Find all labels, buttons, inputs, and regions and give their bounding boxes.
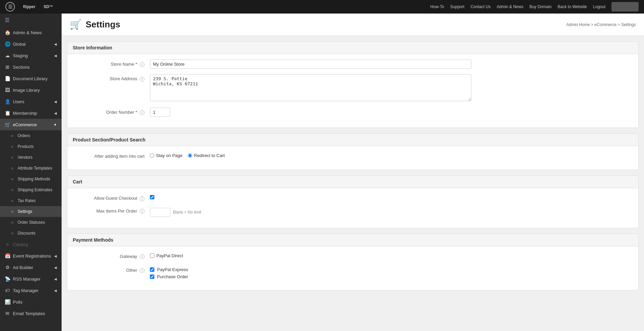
after-adding-radio-group: Stay on Page Redirect to Cart	[150, 152, 471, 158]
logo-icon: ☰	[5, 2, 15, 12]
sidebar-item-products[interactable]: ○ Products	[0, 141, 62, 152]
max-items-info-icon[interactable]: i	[140, 209, 145, 214]
guest-checkout-info-icon[interactable]: i	[140, 196, 145, 201]
sidebar-item-shipping-methods[interactable]: ○ Shipping Methods	[0, 174, 62, 184]
redirect-to-cart-label: Redirect to Cart	[194, 153, 225, 158]
sidebar-item-membership[interactable]: 📋 Membership ◀	[0, 107, 62, 119]
sidebar-item-staging[interactable]: ☁ Staging ◀	[0, 50, 62, 61]
stay-on-page-radio[interactable]	[150, 153, 154, 158]
paypal-direct-option[interactable]: PayPal Direct	[150, 252, 183, 258]
other-info-icon[interactable]: i	[140, 268, 145, 273]
purchase-order-label: Purchase Order	[157, 274, 188, 279]
paypal-direct-checkbox[interactable]	[150, 253, 154, 258]
nav-admin-news[interactable]: Admin & News	[497, 4, 524, 9]
store-name-label: Store Name * i	[75, 60, 150, 67]
global-chevron: ◀	[54, 42, 57, 46]
stay-on-page-label: Stay on Page	[156, 153, 182, 158]
paypal-express-option[interactable]: PayPal Express	[150, 267, 471, 272]
max-items-label: Max Items Per Order i	[75, 206, 150, 214]
global-icon: 🌐	[5, 41, 10, 47]
sidebar-item-ecommerce[interactable]: 🛒 eCommerce ▼	[0, 119, 62, 130]
gateway-info-icon[interactable]: i	[140, 254, 145, 259]
sidebar-item-polls[interactable]: 📊 Polls	[0, 296, 62, 308]
email-templates-icon: ✉	[5, 311, 10, 316]
nav-howto[interactable]: How-To	[430, 4, 444, 9]
settings-icon: ○	[9, 209, 15, 214]
nav-logout[interactable]: Logout	[593, 4, 605, 9]
gateway-row: Gateway i PayPal Direct	[75, 252, 630, 260]
order-number-info-icon[interactable]: i	[140, 110, 145, 115]
sidebar-item-shipping-estimates[interactable]: ○ Shipping Estimates	[0, 184, 62, 195]
sidebar-item-admin-news[interactable]: 🏠 Admin & News	[0, 27, 62, 38]
sidebar-label-email-templates: Email Templates	[13, 311, 45, 316]
max-items-hint: Blank = No limit	[173, 210, 201, 215]
order-number-input[interactable]	[150, 108, 170, 117]
sidebar-item-order-statuses[interactable]: ○ Order Statuses	[0, 217, 62, 228]
rss-manager-chevron: ◀	[54, 277, 57, 281]
store-address-input[interactable]: 239 S. Pattie Wichita, KS 67211	[150, 74, 471, 101]
product-section-header: Product Section/Product Search	[67, 134, 638, 146]
sidebar-item-settings[interactable]: ○ Settings	[0, 206, 62, 217]
max-items-input[interactable]	[150, 208, 170, 217]
logo[interactable]: ☰ flipper SD™	[5, 2, 53, 12]
sidebar-item-document-library[interactable]: 📄 Document Library	[0, 73, 62, 84]
hamburger-menu[interactable]: ☰	[0, 14, 62, 27]
sidebar-item-global[interactable]: 🌐 Global ◀	[0, 38, 62, 50]
paypal-express-checkbox[interactable]	[150, 267, 154, 272]
nav-support[interactable]: Support	[450, 4, 464, 9]
store-name-input[interactable]	[150, 60, 471, 69]
sidebar-item-vendors[interactable]: ○ Vendors	[0, 152, 62, 163]
sidebar-item-email-templates[interactable]: ✉ Email Templates	[0, 308, 62, 319]
guest-checkout-label: Allow Guest Checkout i	[75, 194, 150, 201]
sidebar-item-ad-builder[interactable]: ⚙ Ad Builder ◀	[0, 262, 62, 273]
sidebar-label-order-statuses: Order Statuses	[18, 220, 45, 225]
purchase-order-option[interactable]: Purchase Order	[150, 274, 471, 279]
order-number-control	[150, 108, 471, 117]
membership-chevron: ◀	[54, 111, 57, 115]
sidebar-item-tax-rates[interactable]: ○ Tax Rates	[0, 195, 62, 206]
max-items-control: Blank = No limit	[150, 206, 471, 217]
guest-checkout-checkbox[interactable]	[150, 195, 154, 199]
store-name-info-icon[interactable]: i	[140, 62, 145, 67]
rss-manager-icon: 📡	[5, 276, 10, 282]
cart-header: Cart	[67, 176, 638, 188]
sidebar-item-attribute-templates[interactable]: ○ Attribute Templates	[0, 163, 62, 174]
purchase-order-checkbox[interactable]	[150, 274, 154, 279]
layout: ☰ 🏠 Admin & News 🌐 Global ◀ ☁ Staging ◀ …	[0, 14, 644, 331]
image-library-icon: 🖼	[5, 87, 10, 93]
sidebar-item-sections[interactable]: ⊞ Sections	[0, 61, 62, 73]
sidebar-item-discounts[interactable]: ○ Discounts	[0, 228, 62, 239]
store-name-required: *	[135, 62, 137, 67]
sidebar: ☰ 🏠 Admin & News 🌐 Global ◀ ☁ Staging ◀ …	[0, 14, 62, 331]
guest-checkout-checkbox-label[interactable]	[150, 194, 471, 199]
sidebar-item-event-registrations[interactable]: 📅 Event Registrations ◀	[0, 250, 62, 262]
sidebar-item-tag-manager[interactable]: 🏷 Tag Manager ◀	[0, 285, 62, 296]
sections-icon: ⊞	[5, 64, 10, 70]
nav-contact[interactable]: Contact Us	[470, 4, 490, 9]
sidebar-item-users[interactable]: 👤 Users ◀	[0, 96, 62, 107]
sidebar-item-rss-manager[interactable]: 📡 RSS Manager ◀	[0, 273, 62, 285]
sidebar-item-image-library[interactable]: 🖼 Image Library	[0, 84, 62, 96]
users-chevron: ◀	[54, 100, 57, 104]
redirect-to-cart-radio[interactable]	[188, 153, 192, 158]
redirect-to-cart-option[interactable]: Redirect to Cart	[188, 153, 225, 158]
event-registrations-chevron: ◀	[54, 254, 57, 258]
stay-on-page-option[interactable]: Stay on Page	[150, 153, 182, 158]
store-name-control	[150, 60, 471, 69]
ecommerce-chevron: ▼	[53, 123, 57, 127]
order-number-required: *	[135, 110, 137, 115]
nav-back-to-website[interactable]: Back to Website	[558, 4, 587, 9]
sidebar-label-vendors: Vendors	[18, 155, 32, 160]
order-number-label: Order Number * i	[75, 108, 150, 115]
sidebar-label-settings: Settings	[18, 209, 32, 214]
other-label: Other i	[75, 266, 150, 273]
sidebar-item-catalog[interactable]: ≡ Catalog	[0, 239, 62, 250]
sidebar-item-orders[interactable]: ○ Orders	[0, 130, 62, 141]
tag-manager-chevron: ◀	[54, 289, 57, 292]
order-number-row: Order Number * i	[75, 108, 630, 117]
store-info-header: Store Information	[67, 42, 638, 54]
after-adding-control: Stay on Page Redirect to Cart	[150, 152, 471, 158]
nav-buy-domain[interactable]: Buy Domain	[529, 4, 551, 9]
attribute-templates-icon: ○	[9, 166, 15, 171]
store-address-info-icon[interactable]: i	[140, 77, 145, 82]
